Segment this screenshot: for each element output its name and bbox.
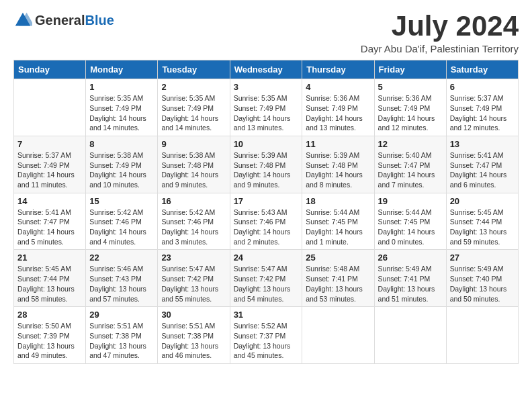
day-number: 16 <box>161 196 226 206</box>
day-number: 22 <box>89 253 154 263</box>
day-number: 15 <box>89 196 154 206</box>
calendar-cell: 27Sunrise: 5:49 AM Sunset: 7:40 PM Dayli… <box>446 250 518 307</box>
calendar-cell: 2Sunrise: 5:35 AM Sunset: 7:49 PM Daylig… <box>158 79 230 136</box>
calendar-cell: 6Sunrise: 5:37 AM Sunset: 7:49 PM Daylig… <box>446 79 518 136</box>
calendar-cell: 31Sunrise: 5:52 AM Sunset: 7:37 PM Dayli… <box>230 307 302 364</box>
day-number: 14 <box>17 196 82 206</box>
day-number: 31 <box>234 310 299 320</box>
calendar-cell: 26Sunrise: 5:49 AM Sunset: 7:41 PM Dayli… <box>374 250 446 307</box>
day-info: Sunrise: 5:38 AM Sunset: 7:48 PM Dayligh… <box>161 150 226 190</box>
day-number: 1 <box>89 82 154 92</box>
day-number: 11 <box>306 139 370 149</box>
day-number: 10 <box>234 139 299 149</box>
calendar-cell: 1Sunrise: 5:35 AM Sunset: 7:49 PM Daylig… <box>86 79 158 136</box>
day-info: Sunrise: 5:49 AM Sunset: 7:40 PM Dayligh… <box>450 264 515 304</box>
weekday-header: Tuesday <box>158 60 230 79</box>
calendar-cell: 13Sunrise: 5:41 AM Sunset: 7:47 PM Dayli… <box>446 136 518 193</box>
calendar-cell: 8Sunrise: 5:38 AM Sunset: 7:49 PM Daylig… <box>86 136 158 193</box>
day-info: Sunrise: 5:47 AM Sunset: 7:42 PM Dayligh… <box>234 264 299 304</box>
calendar-cell: 15Sunrise: 5:42 AM Sunset: 7:46 PM Dayli… <box>86 193 158 250</box>
logo-text-blue: Blue <box>85 13 114 28</box>
day-info: Sunrise: 5:44 AM Sunset: 7:45 PM Dayligh… <box>306 208 370 247</box>
day-info: Sunrise: 5:37 AM Sunset: 7:49 PM Dayligh… <box>450 93 515 133</box>
location-title: Dayr Abu Da'if, Palestinian Territory <box>361 43 519 54</box>
day-number: 25 <box>306 253 370 263</box>
weekday-header: Thursday <box>302 60 374 79</box>
day-info: Sunrise: 5:35 AM Sunset: 7:49 PM Dayligh… <box>89 93 154 133</box>
calendar-cell: 29Sunrise: 5:51 AM Sunset: 7:38 PM Dayli… <box>86 307 158 364</box>
day-number: 5 <box>378 82 443 92</box>
day-info: Sunrise: 5:45 AM Sunset: 7:44 PM Dayligh… <box>450 208 515 247</box>
day-info: Sunrise: 5:51 AM Sunset: 7:38 PM Dayligh… <box>89 321 154 361</box>
day-number: 9 <box>161 139 226 149</box>
day-info: Sunrise: 5:43 AM Sunset: 7:46 PM Dayligh… <box>234 208 299 247</box>
day-info: Sunrise: 5:36 AM Sunset: 7:49 PM Dayligh… <box>378 93 443 133</box>
calendar-table: SundayMondayTuesdayWednesdayThursdayFrid… <box>13 60 519 364</box>
calendar-week-row: 1Sunrise: 5:35 AM Sunset: 7:49 PM Daylig… <box>14 79 519 136</box>
day-info: Sunrise: 5:37 AM Sunset: 7:49 PM Dayligh… <box>17 150 82 190</box>
calendar-cell: 23Sunrise: 5:47 AM Sunset: 7:42 PM Dayli… <box>158 250 230 307</box>
calendar-cell <box>14 79 86 136</box>
day-number: 30 <box>161 310 226 320</box>
title-section: July 2024 Dayr Abu Da'if, Palestinian Te… <box>361 11 519 54</box>
calendar-cell: 7Sunrise: 5:37 AM Sunset: 7:49 PM Daylig… <box>14 136 86 193</box>
calendar-cell: 22Sunrise: 5:46 AM Sunset: 7:43 PM Dayli… <box>86 250 158 307</box>
calendar-cell: 3Sunrise: 5:35 AM Sunset: 7:49 PM Daylig… <box>230 79 302 136</box>
day-info: Sunrise: 5:45 AM Sunset: 7:44 PM Dayligh… <box>17 264 82 304</box>
calendar-cell: 11Sunrise: 5:39 AM Sunset: 7:48 PM Dayli… <box>302 136 374 193</box>
day-info: Sunrise: 5:42 AM Sunset: 7:46 PM Dayligh… <box>161 208 226 247</box>
calendar-cell: 24Sunrise: 5:47 AM Sunset: 7:42 PM Dayli… <box>230 250 302 307</box>
calendar-cell: 16Sunrise: 5:42 AM Sunset: 7:46 PM Dayli… <box>158 193 230 250</box>
weekday-header: Monday <box>86 60 158 79</box>
calendar-cell: 21Sunrise: 5:45 AM Sunset: 7:44 PM Dayli… <box>14 250 86 307</box>
day-info: Sunrise: 5:40 AM Sunset: 7:47 PM Dayligh… <box>378 150 443 190</box>
logo-icon <box>13 11 32 30</box>
calendar-cell: 20Sunrise: 5:45 AM Sunset: 7:44 PM Dayli… <box>446 193 518 250</box>
calendar-cell: 14Sunrise: 5:41 AM Sunset: 7:47 PM Dayli… <box>14 193 86 250</box>
day-number: 29 <box>89 310 154 320</box>
weekday-header-row: SundayMondayTuesdayWednesdayThursdayFrid… <box>14 60 519 79</box>
weekday-header: Friday <box>374 60 446 79</box>
logo: GeneralBlue <box>13 11 114 30</box>
logo-text-general: General <box>35 13 85 28</box>
day-info: Sunrise: 5:35 AM Sunset: 7:49 PM Dayligh… <box>234 93 299 133</box>
day-info: Sunrise: 5:48 AM Sunset: 7:41 PM Dayligh… <box>306 264 370 304</box>
day-info: Sunrise: 5:49 AM Sunset: 7:41 PM Dayligh… <box>378 264 443 304</box>
day-info: Sunrise: 5:51 AM Sunset: 7:38 PM Dayligh… <box>161 321 226 361</box>
day-info: Sunrise: 5:39 AM Sunset: 7:48 PM Dayligh… <box>234 150 299 190</box>
day-info: Sunrise: 5:38 AM Sunset: 7:49 PM Dayligh… <box>89 150 154 190</box>
day-number: 2 <box>161 82 226 92</box>
month-title: July 2024 <box>361 11 519 42</box>
day-info: Sunrise: 5:35 AM Sunset: 7:49 PM Dayligh… <box>161 93 226 133</box>
day-number: 20 <box>450 196 515 206</box>
day-number: 28 <box>17 310 82 320</box>
day-number: 18 <box>306 196 370 206</box>
day-info: Sunrise: 5:42 AM Sunset: 7:46 PM Dayligh… <box>89 208 154 247</box>
calendar-cell <box>302 307 374 364</box>
calendar-cell: 30Sunrise: 5:51 AM Sunset: 7:38 PM Dayli… <box>158 307 230 364</box>
day-number: 6 <box>450 82 515 92</box>
day-number: 17 <box>234 196 299 206</box>
calendar-week-row: 21Sunrise: 5:45 AM Sunset: 7:44 PM Dayli… <box>14 250 519 307</box>
day-info: Sunrise: 5:41 AM Sunset: 7:47 PM Dayligh… <box>450 150 515 190</box>
day-number: 4 <box>306 82 370 92</box>
day-number: 27 <box>450 253 515 263</box>
calendar-cell <box>446 307 518 364</box>
weekday-header: Sunday <box>14 60 86 79</box>
day-info: Sunrise: 5:50 AM Sunset: 7:39 PM Dayligh… <box>17 321 82 361</box>
day-number: 13 <box>450 139 515 149</box>
calendar-cell: 28Sunrise: 5:50 AM Sunset: 7:39 PM Dayli… <box>14 307 86 364</box>
calendar-week-row: 28Sunrise: 5:50 AM Sunset: 7:39 PM Dayli… <box>14 307 519 364</box>
day-info: Sunrise: 5:47 AM Sunset: 7:42 PM Dayligh… <box>161 264 226 304</box>
calendar-cell <box>374 307 446 364</box>
day-info: Sunrise: 5:46 AM Sunset: 7:43 PM Dayligh… <box>89 264 154 304</box>
weekday-header: Wednesday <box>230 60 302 79</box>
day-number: 8 <box>89 139 154 149</box>
day-info: Sunrise: 5:39 AM Sunset: 7:48 PM Dayligh… <box>306 150 370 190</box>
weekday-header: Saturday <box>446 60 518 79</box>
calendar-cell: 4Sunrise: 5:36 AM Sunset: 7:49 PM Daylig… <box>302 79 374 136</box>
calendar-cell: 18Sunrise: 5:44 AM Sunset: 7:45 PM Dayli… <box>302 193 374 250</box>
calendar-cell: 19Sunrise: 5:44 AM Sunset: 7:45 PM Dayli… <box>374 193 446 250</box>
calendar-cell: 12Sunrise: 5:40 AM Sunset: 7:47 PM Dayli… <box>374 136 446 193</box>
day-number: 3 <box>234 82 299 92</box>
